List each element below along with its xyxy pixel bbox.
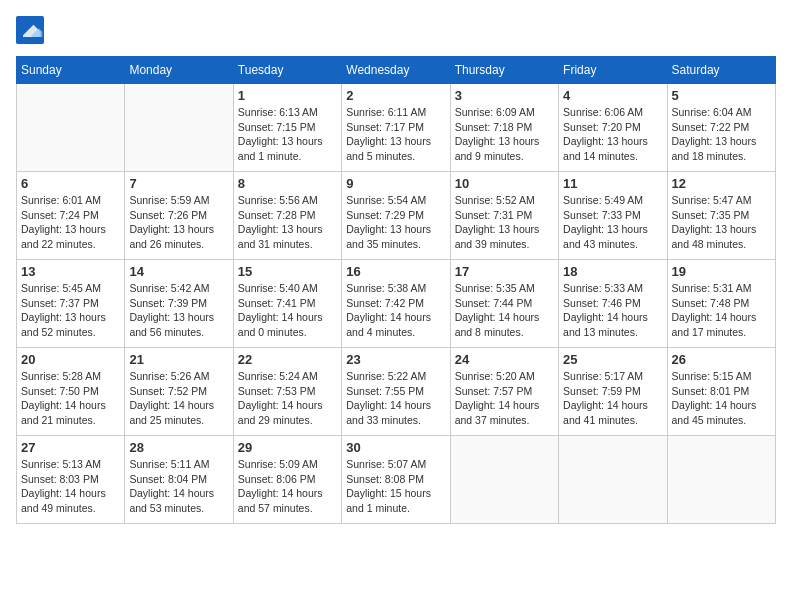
calendar-cell: 26Sunrise: 5:15 AM Sunset: 8:01 PM Dayli… bbox=[667, 348, 775, 436]
day-info: Sunrise: 6:11 AM Sunset: 7:17 PM Dayligh… bbox=[346, 105, 445, 164]
calendar-cell: 1Sunrise: 6:13 AM Sunset: 7:15 PM Daylig… bbox=[233, 84, 341, 172]
day-info: Sunrise: 5:28 AM Sunset: 7:50 PM Dayligh… bbox=[21, 369, 120, 428]
page-header bbox=[16, 16, 776, 44]
day-number: 30 bbox=[346, 440, 445, 455]
day-number: 28 bbox=[129, 440, 228, 455]
day-info: Sunrise: 5:49 AM Sunset: 7:33 PM Dayligh… bbox=[563, 193, 662, 252]
column-header-saturday: Saturday bbox=[667, 57, 775, 84]
day-number: 4 bbox=[563, 88, 662, 103]
day-number: 13 bbox=[21, 264, 120, 279]
day-number: 29 bbox=[238, 440, 337, 455]
day-number: 15 bbox=[238, 264, 337, 279]
calendar-cell: 25Sunrise: 5:17 AM Sunset: 7:59 PM Dayli… bbox=[559, 348, 667, 436]
calendar-cell: 16Sunrise: 5:38 AM Sunset: 7:42 PM Dayli… bbox=[342, 260, 450, 348]
day-number: 26 bbox=[672, 352, 771, 367]
calendar-cell: 11Sunrise: 5:49 AM Sunset: 7:33 PM Dayli… bbox=[559, 172, 667, 260]
day-number: 17 bbox=[455, 264, 554, 279]
day-info: Sunrise: 5:26 AM Sunset: 7:52 PM Dayligh… bbox=[129, 369, 228, 428]
day-number: 3 bbox=[455, 88, 554, 103]
day-info: Sunrise: 5:52 AM Sunset: 7:31 PM Dayligh… bbox=[455, 193, 554, 252]
week-row-1: 1Sunrise: 6:13 AM Sunset: 7:15 PM Daylig… bbox=[17, 84, 776, 172]
day-info: Sunrise: 6:09 AM Sunset: 7:18 PM Dayligh… bbox=[455, 105, 554, 164]
calendar-cell: 2Sunrise: 6:11 AM Sunset: 7:17 PM Daylig… bbox=[342, 84, 450, 172]
calendar-cell: 6Sunrise: 6:01 AM Sunset: 7:24 PM Daylig… bbox=[17, 172, 125, 260]
calendar-cell: 12Sunrise: 5:47 AM Sunset: 7:35 PM Dayli… bbox=[667, 172, 775, 260]
day-number: 1 bbox=[238, 88, 337, 103]
column-header-friday: Friday bbox=[559, 57, 667, 84]
calendar-cell: 27Sunrise: 5:13 AM Sunset: 8:03 PM Dayli… bbox=[17, 436, 125, 524]
day-number: 21 bbox=[129, 352, 228, 367]
calendar-cell: 30Sunrise: 5:07 AM Sunset: 8:08 PM Dayli… bbox=[342, 436, 450, 524]
day-info: Sunrise: 5:09 AM Sunset: 8:06 PM Dayligh… bbox=[238, 457, 337, 516]
calendar-cell: 21Sunrise: 5:26 AM Sunset: 7:52 PM Dayli… bbox=[125, 348, 233, 436]
calendar-cell: 7Sunrise: 5:59 AM Sunset: 7:26 PM Daylig… bbox=[125, 172, 233, 260]
day-number: 14 bbox=[129, 264, 228, 279]
day-info: Sunrise: 5:54 AM Sunset: 7:29 PM Dayligh… bbox=[346, 193, 445, 252]
calendar-cell: 17Sunrise: 5:35 AM Sunset: 7:44 PM Dayli… bbox=[450, 260, 558, 348]
calendar-cell: 3Sunrise: 6:09 AM Sunset: 7:18 PM Daylig… bbox=[450, 84, 558, 172]
day-number: 19 bbox=[672, 264, 771, 279]
calendar-cell bbox=[125, 84, 233, 172]
day-info: Sunrise: 5:13 AM Sunset: 8:03 PM Dayligh… bbox=[21, 457, 120, 516]
calendar-cell: 9Sunrise: 5:54 AM Sunset: 7:29 PM Daylig… bbox=[342, 172, 450, 260]
day-info: Sunrise: 6:01 AM Sunset: 7:24 PM Dayligh… bbox=[21, 193, 120, 252]
day-info: Sunrise: 5:40 AM Sunset: 7:41 PM Dayligh… bbox=[238, 281, 337, 340]
calendar-cell: 5Sunrise: 6:04 AM Sunset: 7:22 PM Daylig… bbox=[667, 84, 775, 172]
day-info: Sunrise: 5:33 AM Sunset: 7:46 PM Dayligh… bbox=[563, 281, 662, 340]
calendar-cell: 28Sunrise: 5:11 AM Sunset: 8:04 PM Dayli… bbox=[125, 436, 233, 524]
calendar-cell: 19Sunrise: 5:31 AM Sunset: 7:48 PM Dayli… bbox=[667, 260, 775, 348]
day-number: 24 bbox=[455, 352, 554, 367]
day-number: 27 bbox=[21, 440, 120, 455]
column-header-thursday: Thursday bbox=[450, 57, 558, 84]
day-number: 11 bbox=[563, 176, 662, 191]
day-number: 7 bbox=[129, 176, 228, 191]
column-header-tuesday: Tuesday bbox=[233, 57, 341, 84]
day-info: Sunrise: 5:31 AM Sunset: 7:48 PM Dayligh… bbox=[672, 281, 771, 340]
day-number: 23 bbox=[346, 352, 445, 367]
day-number: 5 bbox=[672, 88, 771, 103]
calendar-cell: 4Sunrise: 6:06 AM Sunset: 7:20 PM Daylig… bbox=[559, 84, 667, 172]
calendar-cell bbox=[559, 436, 667, 524]
day-info: Sunrise: 5:56 AM Sunset: 7:28 PM Dayligh… bbox=[238, 193, 337, 252]
calendar-cell: 22Sunrise: 5:24 AM Sunset: 7:53 PM Dayli… bbox=[233, 348, 341, 436]
day-number: 18 bbox=[563, 264, 662, 279]
day-number: 10 bbox=[455, 176, 554, 191]
day-number: 25 bbox=[563, 352, 662, 367]
calendar-cell: 14Sunrise: 5:42 AM Sunset: 7:39 PM Dayli… bbox=[125, 260, 233, 348]
calendar-cell: 13Sunrise: 5:45 AM Sunset: 7:37 PM Dayli… bbox=[17, 260, 125, 348]
logo bbox=[16, 16, 48, 44]
day-info: Sunrise: 5:15 AM Sunset: 8:01 PM Dayligh… bbox=[672, 369, 771, 428]
day-info: Sunrise: 6:06 AM Sunset: 7:20 PM Dayligh… bbox=[563, 105, 662, 164]
day-info: Sunrise: 5:17 AM Sunset: 7:59 PM Dayligh… bbox=[563, 369, 662, 428]
day-number: 20 bbox=[21, 352, 120, 367]
week-row-4: 20Sunrise: 5:28 AM Sunset: 7:50 PM Dayli… bbox=[17, 348, 776, 436]
day-info: Sunrise: 5:38 AM Sunset: 7:42 PM Dayligh… bbox=[346, 281, 445, 340]
day-info: Sunrise: 5:20 AM Sunset: 7:57 PM Dayligh… bbox=[455, 369, 554, 428]
day-info: Sunrise: 5:24 AM Sunset: 7:53 PM Dayligh… bbox=[238, 369, 337, 428]
day-number: 6 bbox=[21, 176, 120, 191]
logo-icon bbox=[16, 16, 44, 44]
week-row-3: 13Sunrise: 5:45 AM Sunset: 7:37 PM Dayli… bbox=[17, 260, 776, 348]
calendar-cell: 24Sunrise: 5:20 AM Sunset: 7:57 PM Dayli… bbox=[450, 348, 558, 436]
day-number: 8 bbox=[238, 176, 337, 191]
day-info: Sunrise: 5:07 AM Sunset: 8:08 PM Dayligh… bbox=[346, 457, 445, 516]
calendar-cell: 29Sunrise: 5:09 AM Sunset: 8:06 PM Dayli… bbox=[233, 436, 341, 524]
day-info: Sunrise: 5:45 AM Sunset: 7:37 PM Dayligh… bbox=[21, 281, 120, 340]
day-number: 16 bbox=[346, 264, 445, 279]
week-row-5: 27Sunrise: 5:13 AM Sunset: 8:03 PM Dayli… bbox=[17, 436, 776, 524]
calendar-cell bbox=[450, 436, 558, 524]
calendar-cell: 18Sunrise: 5:33 AM Sunset: 7:46 PM Dayli… bbox=[559, 260, 667, 348]
calendar-cell bbox=[667, 436, 775, 524]
day-info: Sunrise: 5:59 AM Sunset: 7:26 PM Dayligh… bbox=[129, 193, 228, 252]
day-info: Sunrise: 5:42 AM Sunset: 7:39 PM Dayligh… bbox=[129, 281, 228, 340]
calendar-cell: 20Sunrise: 5:28 AM Sunset: 7:50 PM Dayli… bbox=[17, 348, 125, 436]
day-info: Sunrise: 5:11 AM Sunset: 8:04 PM Dayligh… bbox=[129, 457, 228, 516]
day-info: Sunrise: 5:22 AM Sunset: 7:55 PM Dayligh… bbox=[346, 369, 445, 428]
calendar-cell: 15Sunrise: 5:40 AM Sunset: 7:41 PM Dayli… bbox=[233, 260, 341, 348]
column-header-sunday: Sunday bbox=[17, 57, 125, 84]
calendar-cell bbox=[17, 84, 125, 172]
day-info: Sunrise: 5:47 AM Sunset: 7:35 PM Dayligh… bbox=[672, 193, 771, 252]
calendar-table: SundayMondayTuesdayWednesdayThursdayFrid… bbox=[16, 56, 776, 524]
week-row-2: 6Sunrise: 6:01 AM Sunset: 7:24 PM Daylig… bbox=[17, 172, 776, 260]
column-header-wednesday: Wednesday bbox=[342, 57, 450, 84]
